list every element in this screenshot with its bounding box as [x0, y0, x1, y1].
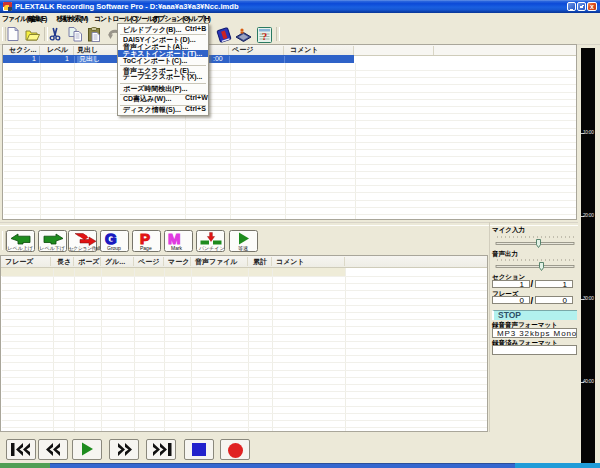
svg-text:?: ?	[262, 30, 268, 42]
